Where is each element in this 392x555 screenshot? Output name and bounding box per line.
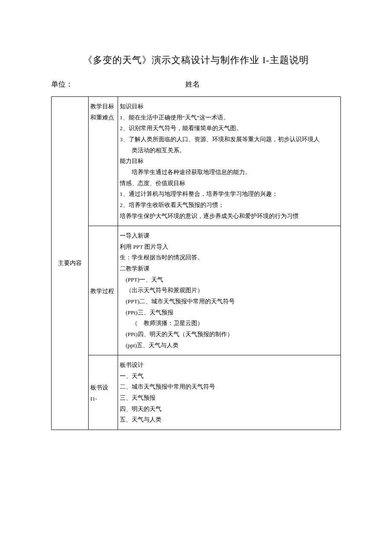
table-row: 教学过程 一导入新课利用 PPT 图片导入生：学生根据当时的情况回答。二教学新课… xyxy=(52,226,341,355)
content-line: 利用 PPT 图片导入 xyxy=(120,241,338,253)
content-line: 3、了解人类所面临的人口、资源、环境和发展等重大问题，初步认识环境人 xyxy=(120,134,338,145)
section-body-board: 板书设计一、天气二、城市天气预报中常用的天气符号三、天气预报四、明天的天气五、天… xyxy=(118,355,341,430)
content-line: 2、培养学生收听收看天气预报的习惯； xyxy=(120,200,338,211)
content-line: 一导入新课 xyxy=(120,230,338,241)
section-body-process: 一导入新课利用 PPT 图片导入生：学生根据当时的情况回答。二教学新课(PPT)… xyxy=(118,226,341,355)
meta-row: 单位： 姓名 xyxy=(51,78,341,91)
content-line: 培养学生通过各种途径获取地理信息的能力。 xyxy=(120,167,338,178)
content-line: 能力目标 xyxy=(120,156,338,167)
content-line: 生：学生根据当时的情况回答。 xyxy=(120,252,338,263)
content-line: 类活动的相互关系。 xyxy=(120,145,338,156)
content-line: (PPT)二、城市天气预报中常用的天气符号 xyxy=(120,296,338,307)
content-line: 二、城市天气预报中常用的天气符号 xyxy=(120,381,338,392)
content-line: 板书设计 xyxy=(120,360,338,371)
content-line: 三、天气预报 xyxy=(120,392,338,404)
page-title: 《多变的天气》演示文稿设计与制作作业 I-主题说明 xyxy=(51,51,341,69)
content-line: （出示天气符号和景观图片） xyxy=(120,285,338,296)
section-label-board: 板书设 I1- xyxy=(89,355,118,430)
name-label: 姓名 xyxy=(185,78,200,91)
content-line: (PPT)一、天气 xyxy=(120,274,338,285)
content-table: 主要内容 教学目标和重难点 知识目标1、能在生活中正确使用“天气”这一术语。2、… xyxy=(51,96,341,430)
section-body-goals: 知识目标1、能在生活中正确使用“天气”这一术语。2、识别常用天气符号，能看懂简单… xyxy=(118,97,341,226)
table-row: 板书设 I1- 板书设计一、天气二、城市天气预报中常用的天气符号三、天气预报四、… xyxy=(52,355,341,430)
content-line: 二教学新课 xyxy=(120,263,338,274)
content-line: 培养学生保护大气环境的意识，逐步养成关心和爱护环境的行为习惯 xyxy=(120,211,338,222)
unit-label: 单位： xyxy=(51,78,73,91)
content-line: 五、天气与人类 xyxy=(120,414,338,425)
section-label-goals: 教学目标和重难点 xyxy=(89,97,118,226)
content-line: （ 教师演播：卫星云图） xyxy=(120,318,338,329)
content-line: 1、通过计算机与地理学科整合，培养学生学习地理的兴趣； xyxy=(120,189,338,200)
content-line: 四、明天的天气 xyxy=(120,404,338,415)
content-line: 情感、态度、价值观目标 xyxy=(120,178,338,189)
content-line: 知识目标 xyxy=(120,101,338,112)
content-line: (ppt)五、天气与人类 xyxy=(120,340,338,351)
content-line: (PPt)三、天气预报 xyxy=(120,307,338,318)
content-line: (PPt)四、明天的天气（天气预报的制作） xyxy=(120,329,338,340)
content-line: 1、能在生活中正确使用“天气”这一术语。 xyxy=(120,112,338,123)
table-row: 主要内容 教学目标和重难点 知识目标1、能在生活中正确使用“天气”这一术语。2、… xyxy=(52,97,341,226)
main-content-label: 主要内容 xyxy=(52,97,89,430)
content-line: 2、识别常用天气符号，能看懂简单的天气图。 xyxy=(120,123,338,134)
section-label-process: 教学过程 xyxy=(89,226,118,355)
content-line: 一、天气 xyxy=(120,371,338,382)
